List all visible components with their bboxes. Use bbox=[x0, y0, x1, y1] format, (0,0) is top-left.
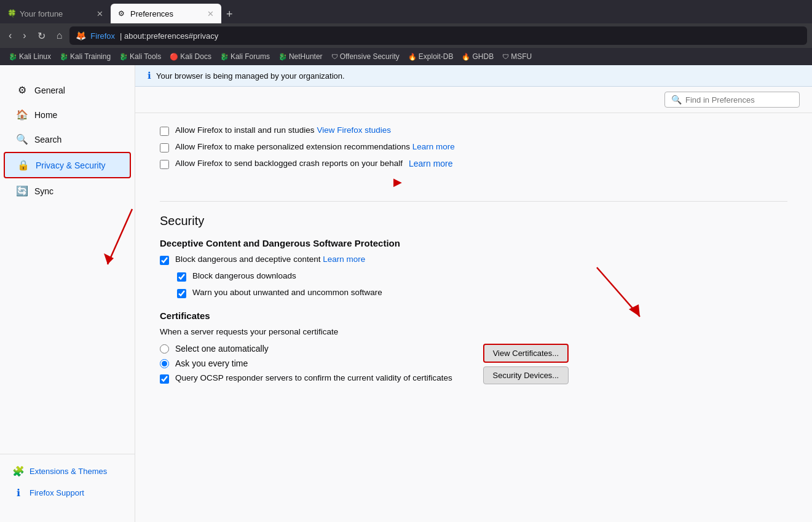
sidebar-nav: ⚙ General 🏠 Home 🔍 Search 🔒 Privacy & Se… bbox=[0, 77, 135, 448]
search-box[interactable]: 🔍 bbox=[664, 92, 800, 108]
bookmark-icon-kali: 🐉 bbox=[9, 53, 17, 61]
managed-text: Your browser is being managed by your or… bbox=[156, 71, 345, 81]
bookmark-label-forums: Kali Forums bbox=[231, 52, 270, 61]
extensions-icon: 🧩 bbox=[12, 465, 25, 477]
sidebar-item-support[interactable]: ℹ Firefox Support bbox=[0, 482, 135, 504]
studies-label: Allow Firefox to install and run studies… bbox=[175, 125, 391, 135]
crash-checkbox[interactable] bbox=[160, 160, 169, 169]
bookmark-kali-training[interactable]: 🐉 Kali Training bbox=[56, 51, 114, 62]
bookmark-icon-training: 🐉 bbox=[60, 53, 68, 61]
sidebar-item-general[interactable]: ⚙ General bbox=[4, 78, 131, 102]
search-bar-area: 🔍 bbox=[135, 87, 812, 113]
sidebar-label-general: General bbox=[34, 85, 65, 95]
bookmarks-bar: 🐉 Kali Linux 🐉 Kali Training 🐉 Kali Tool… bbox=[0, 48, 812, 65]
bookmark-icon-nethunter: 🐉 bbox=[278, 53, 287, 61]
home-button[interactable]: ⌂ bbox=[53, 28, 66, 44]
bookmark-msfu[interactable]: 🛡 MSFU bbox=[499, 51, 535, 62]
sidebar-item-home[interactable]: 🏠 Home bbox=[4, 103, 131, 127]
personalized-label: Allow Firefox to make personalized exten… bbox=[175, 142, 455, 151]
main-panel: ℹ Your browser is being managed by your … bbox=[135, 65, 812, 522]
bookmark-icon-offsec: 🛡 bbox=[331, 53, 338, 60]
tab-favicon-fortune: 🍀 bbox=[7, 9, 16, 18]
bookmark-label-nethunter: NetHunter bbox=[289, 52, 323, 61]
search-magnifier-icon: 🔍 bbox=[671, 95, 682, 105]
bookmark-label-kali: Kali Linux bbox=[19, 52, 51, 61]
browser-content: ⚙ General 🏠 Home 🔍 Search 🔒 Privacy & Se… bbox=[0, 65, 812, 522]
block-content-checkbox[interactable] bbox=[160, 256, 169, 265]
bookmark-ghdb[interactable]: 🔥 GHDB bbox=[458, 51, 497, 62]
bookmark-label-training: Kali Training bbox=[70, 52, 111, 61]
crash-row: Allow Firefox to send backlogged crash r… bbox=[160, 159, 787, 169]
sidebar-item-search[interactable]: 🔍 Search bbox=[4, 127, 131, 151]
new-tab-button[interactable]: + bbox=[221, 6, 238, 23]
studies-checkbox[interactable] bbox=[160, 127, 169, 136]
block-content-label: Block dangerous and deceptive content Le… bbox=[175, 255, 365, 264]
find-in-preferences-input[interactable] bbox=[685, 95, 793, 105]
bookmark-kali-forums[interactable]: 🐉 Kali Forums bbox=[216, 51, 274, 62]
radio-auto-row: Select one automatically bbox=[160, 344, 452, 354]
bookmark-icon-docs: 🔴 bbox=[170, 53, 178, 61]
bookmark-kali-linux[interactable]: 🐉 Kali Linux bbox=[5, 51, 55, 62]
tab-bar: 🍀 Your fortune ✕ ⚙ Preferences ✕ + bbox=[0, 0, 812, 23]
warn-software-checkbox[interactable] bbox=[177, 289, 186, 298]
warn-software-row: Warn you about unwanted and uncommon sof… bbox=[177, 288, 787, 298]
sidebar-label-privacy: Privacy & Security bbox=[36, 160, 106, 170]
radio-ask-row: Ask you every time bbox=[160, 358, 452, 368]
cert-ask-radio[interactable] bbox=[160, 359, 169, 368]
bookmark-exploit-db[interactable]: 🔥 Exploit-DB bbox=[404, 51, 457, 62]
block-downloads-row: Block dangerous downloads bbox=[177, 271, 787, 282]
bookmark-kali-tools[interactable]: 🐉 Kali Tools bbox=[116, 51, 165, 62]
studies-row: Allow Firefox to install and run studies… bbox=[160, 125, 787, 136]
view-certificates-button[interactable]: View Certificates... bbox=[483, 344, 569, 363]
bookmark-nethunter[interactable]: 🐉 NetHunter bbox=[275, 51, 326, 62]
crash-label: Allow Firefox to send backlogged crash r… bbox=[175, 159, 403, 168]
lock-icon: 🔒 bbox=[17, 159, 30, 171]
sidebar-item-extensions[interactable]: 🧩 Extensions & Themes bbox=[0, 461, 135, 482]
certificates-options: Select one automatically Ask you every t… bbox=[160, 344, 452, 390]
block-downloads-checkbox[interactable] bbox=[177, 272, 186, 282]
tab-preferences[interactable]: ⚙ Preferences ✕ bbox=[111, 4, 221, 23]
crash-learn-more-link[interactable]: Learn more bbox=[409, 159, 453, 168]
forward-button[interactable]: › bbox=[19, 28, 30, 44]
reload-button[interactable]: ↻ bbox=[34, 28, 49, 44]
bookmark-kali-docs[interactable]: 🔴 Kali Docs bbox=[166, 51, 215, 62]
certificates-description: When a server requests your personal cer… bbox=[160, 327, 787, 336]
tab-close-fortune[interactable]: ✕ bbox=[97, 9, 103, 18]
url-address: | about:preferences#privacy bbox=[120, 31, 218, 41]
url-bar[interactable]: 🦊 Firefox | about:preferences#privacy bbox=[69, 26, 807, 45]
ocsp-label: Query OCSP responder servers to confirm … bbox=[175, 373, 452, 382]
personalized-checkbox[interactable] bbox=[160, 143, 169, 152]
firefox-icon: 🦊 bbox=[76, 31, 85, 41]
info-icon: ℹ bbox=[148, 70, 151, 81]
search-icon: 🔍 bbox=[16, 133, 28, 145]
cert-ask-label: Ask you every time bbox=[175, 358, 248, 368]
bookmark-label-edb: Exploit-DB bbox=[419, 52, 454, 61]
block-downloads-label: Block dangerous downloads bbox=[192, 271, 296, 280]
cert-auto-label: Select one automatically bbox=[175, 344, 269, 354]
security-devices-button[interactable]: Security Devices... bbox=[483, 366, 569, 384]
bookmark-label-docs: Kali Docs bbox=[180, 52, 211, 61]
sidebar-item-privacy[interactable]: 🔒 Privacy & Security bbox=[4, 152, 131, 178]
deceptive-content-title: Deceptive Content and Dangerous Software… bbox=[160, 238, 787, 248]
url-protocol: Firefox bbox=[90, 31, 115, 41]
certificates-section: Certificates When a server requests your… bbox=[160, 310, 787, 390]
block-content-learn-more-link[interactable]: Learn more bbox=[323, 255, 365, 264]
section-divider-security bbox=[160, 201, 787, 202]
personalized-row: Allow Firefox to make personalized exten… bbox=[160, 142, 787, 152]
sidebar-label-sync: Sync bbox=[34, 186, 53, 196]
home-icon: 🏠 bbox=[16, 109, 28, 121]
sidebar-item-sync[interactable]: 🔄 Sync bbox=[4, 179, 131, 203]
bookmark-label-offsec: Offensive Security bbox=[340, 52, 400, 61]
managed-banner: ℹ Your browser is being managed by your … bbox=[135, 65, 812, 87]
browser-chrome: 🍀 Your fortune ✕ ⚙ Preferences ✕ + ‹ › ↻… bbox=[0, 0, 812, 65]
block-content-row: Block dangerous and deceptive content Le… bbox=[160, 255, 787, 265]
tab-your-fortune[interactable]: 🍀 Your fortune ✕ bbox=[0, 4, 111, 23]
view-firefox-studies-link[interactable]: View Firefox studies bbox=[317, 125, 391, 135]
ocsp-checkbox[interactable] bbox=[160, 374, 169, 384]
personalized-learn-more-link[interactable]: Learn more bbox=[412, 142, 455, 151]
back-button[interactable]: ‹ bbox=[5, 28, 15, 44]
cert-auto-radio[interactable] bbox=[160, 344, 169, 354]
tab-close-prefs[interactable]: ✕ bbox=[207, 9, 214, 18]
bookmark-label-ghdb: GHDB bbox=[472, 52, 494, 61]
bookmark-offensive-security[interactable]: 🛡 Offensive Security bbox=[328, 51, 403, 62]
